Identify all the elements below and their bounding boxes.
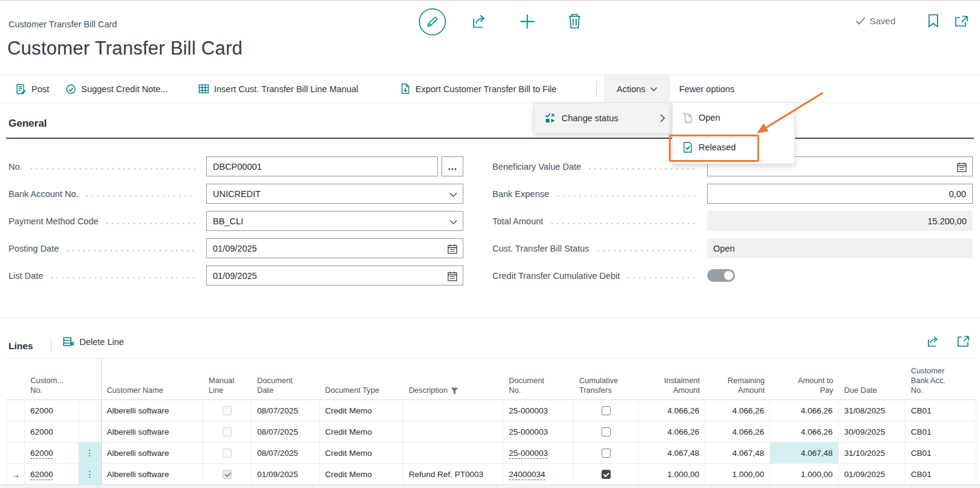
cell-instalment[interactable]: 4.067,48: [639, 443, 705, 464]
cell-document-type[interactable]: Credit Memo: [320, 464, 403, 485]
cell-document-type[interactable]: Credit Memo: [320, 443, 403, 464]
no-assist-edit-button[interactable]: …: [441, 156, 463, 176]
cell-amount-to-pay-selected[interactable]: 4.067,48: [770, 443, 839, 464]
col-header-due-date[interactable]: Due Date: [839, 359, 905, 400]
cell-due-date[interactable]: 30/09/2025: [839, 421, 905, 443]
cumulative-checkbox[interactable]: [602, 449, 611, 458]
popout-icon[interactable]: [955, 15, 968, 30]
calendar-icon[interactable]: [957, 162, 967, 172]
cell-due-date[interactable]: 01/09/2025: [839, 464, 905, 485]
list-date-input[interactable]: 01/09/2025: [206, 266, 463, 286]
lines-expand-icon[interactable]: [957, 335, 970, 350]
suggest-credit-note-button[interactable]: Suggest Credit Note...: [65, 75, 168, 102]
cell-customer-name[interactable]: Alberelli software: [101, 421, 203, 443]
cell-document-type[interactable]: Credit Memo: [320, 421, 403, 443]
col-header-customer-no[interactable]: Custom... No.: [25, 359, 79, 400]
col-header-amount-to-pay[interactable]: Amount to Pay: [770, 359, 839, 400]
col-header-document-type[interactable]: Document Type: [320, 359, 403, 400]
cell-customer-no[interactable]: 62000: [25, 421, 79, 443]
delete-line-button[interactable]: Delete Line: [63, 333, 124, 351]
cell-amount-to-pay[interactable]: 4.066,26: [770, 400, 839, 421]
col-header-document-no[interactable]: Document No.: [503, 359, 574, 400]
cumulative-debit-toggle[interactable]: [707, 269, 735, 282]
cell-remaining[interactable]: 1.000,00: [705, 464, 770, 485]
cell-customer-name[interactable]: Alberelli software: [101, 443, 203, 464]
cumulative-checkbox[interactable]: [602, 470, 611, 479]
chevron-down-icon[interactable]: [449, 192, 457, 198]
chevron-down-icon[interactable]: [449, 219, 457, 225]
share-icon[interactable]: [471, 13, 488, 30]
col-header-customer-name[interactable]: Customer Name: [101, 359, 203, 400]
cell-description[interactable]: [403, 400, 503, 421]
cell-cumulative[interactable]: [574, 421, 639, 443]
cumulative-checkbox[interactable]: [602, 406, 611, 415]
cumulative-checkbox[interactable]: [602, 427, 611, 436]
cell-remaining[interactable]: 4.066,26: [705, 421, 770, 443]
cell-description[interactable]: [403, 421, 503, 443]
cell-bank-acc[interactable]: CB01: [905, 421, 976, 443]
cell-description[interactable]: [403, 443, 503, 464]
cell-document-no[interactable]: 24000034: [503, 464, 574, 485]
cell-document-no[interactable]: 25-000003: [503, 443, 574, 464]
payment-method-select[interactable]: BB_CLI: [206, 211, 463, 231]
cell-row-menu-kebab[interactable]: ⋮: [79, 443, 101, 464]
actions-menu-button[interactable]: Actions: [604, 75, 670, 102]
export-to-file-button[interactable]: Export Customer Transfer Bill to File: [400, 75, 557, 102]
cell-bank-acc[interactable]: CB01: [905, 464, 976, 485]
cell-document-type[interactable]: Credit Memo: [320, 400, 403, 421]
cell-document-date[interactable]: 08/07/2025: [252, 400, 320, 421]
col-header-document-date[interactable]: Document Date: [252, 359, 320, 400]
cell-document-date[interactable]: 08/07/2025: [252, 443, 320, 464]
horizontal-scrollbar-track[interactable]: [0, 484, 980, 488]
cell-bank-acc[interactable]: CB01: [905, 400, 976, 421]
menu-item-change-status[interactable]: Change status: [534, 103, 673, 133]
col-header-manual-line[interactable]: Manual Line: [203, 359, 252, 400]
toolbar-divider: [596, 81, 597, 97]
cell-cumulative[interactable]: [574, 400, 639, 421]
posting-date-input[interactable]: 01/09/2025: [206, 238, 463, 258]
lines-share-icon[interactable]: [927, 335, 940, 350]
calendar-icon[interactable]: [448, 244, 457, 254]
cell-amount-to-pay[interactable]: 4.066,26: [770, 421, 839, 443]
col-header-description[interactable]: Description: [403, 359, 503, 400]
cell-customer-name[interactable]: Alberelli software: [101, 400, 203, 421]
cell-due-date[interactable]: 31/08/2025: [839, 400, 905, 421]
insert-line-manual-button[interactable]: Insert Cust. Transfer Bill Line Manual: [198, 75, 358, 102]
cell-customer-no[interactable]: 62000: [25, 443, 79, 464]
list-date-value: 01/09/2025: [213, 271, 257, 281]
cell-document-no[interactable]: 25-000003: [503, 400, 574, 421]
cell-instalment[interactable]: 4.066,26: [639, 421, 705, 443]
breadcrumb[interactable]: Customer Transfer Bill Card: [8, 19, 117, 29]
cell-cumulative[interactable]: [574, 464, 639, 485]
calendar-icon[interactable]: [448, 271, 457, 281]
bank-expense-input[interactable]: 0,00: [707, 184, 973, 204]
cell-document-date[interactable]: 01/09/2025: [252, 464, 320, 485]
cell-remaining[interactable]: 4.066,26: [705, 400, 770, 421]
no-input[interactable]: DBCP00001: [206, 156, 438, 176]
cell-instalment[interactable]: 4.066,26: [639, 400, 705, 421]
cell-bank-acc[interactable]: CB01: [905, 443, 976, 464]
cell-row-menu-kebab[interactable]: ⋮: [79, 464, 101, 485]
cell-customer-no[interactable]: 62000: [25, 464, 79, 485]
cell-description[interactable]: Refund Ref. PT0003: [403, 464, 503, 485]
post-button[interactable]: Post: [16, 75, 49, 102]
fewer-options-button[interactable]: Fewer options: [679, 75, 734, 102]
col-header-instalment-amount[interactable]: Instalment Amount: [639, 359, 705, 400]
cell-amount-to-pay[interactable]: 1.000,00: [770, 464, 839, 485]
add-icon[interactable]: [519, 13, 535, 30]
bookmark-icon[interactable]: [928, 14, 939, 30]
cell-customer-name[interactable]: Alberelli software: [101, 464, 203, 485]
cell-cumulative[interactable]: [574, 443, 639, 464]
col-header-remaining-amount[interactable]: Remaining Amount: [705, 359, 770, 400]
col-header-customer-bank-acc[interactable]: Customer Bank Acc. No.: [905, 359, 976, 400]
cell-due-date[interactable]: 31/10/2025: [839, 443, 905, 464]
bank-account-select[interactable]: UNICREDIT: [206, 184, 463, 204]
cell-instalment[interactable]: 1.000,00: [639, 464, 705, 485]
delete-icon[interactable]: [567, 13, 582, 30]
cell-document-date[interactable]: 08/07/2025: [252, 421, 320, 443]
cell-remaining[interactable]: 4.067,48: [705, 443, 770, 464]
cell-customer-no[interactable]: 62000: [25, 400, 79, 421]
edit-pencil-icon[interactable]: [418, 8, 446, 36]
cell-document-no[interactable]: 25-000003: [503, 421, 574, 443]
col-header-cumulative-transfers[interactable]: Cumulative Transfers: [574, 359, 639, 400]
